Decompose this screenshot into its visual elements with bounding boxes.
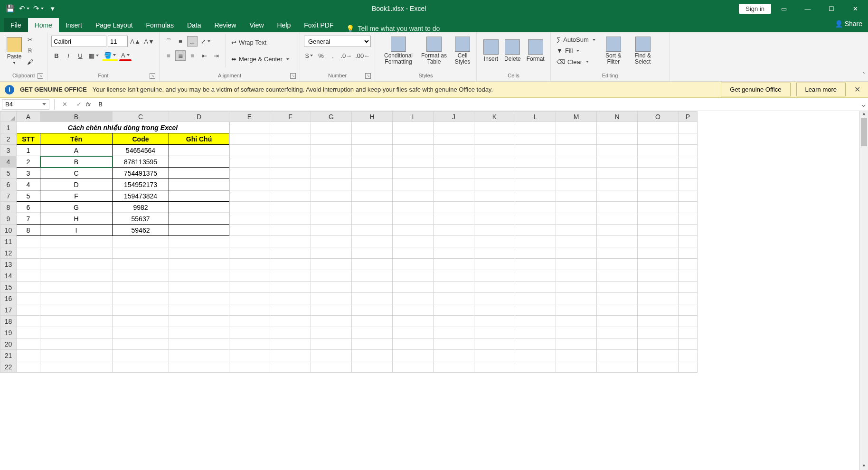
cell-B11[interactable] [40, 236, 113, 247]
cell-L8[interactable] [515, 202, 556, 213]
row-header-2[interactable]: 2 [0, 133, 17, 145]
cell-B17[interactable] [40, 304, 113, 316]
cell-B13[interactable] [40, 259, 113, 270]
row-header-7[interactable]: 7 [0, 190, 17, 202]
vertical-scrollbar[interactable]: ▲ ▼ [859, 111, 868, 470]
cell-A14[interactable] [17, 270, 40, 282]
conditional-formatting-button[interactable]: Conditional Formatting [379, 34, 418, 67]
percent-icon[interactable]: % [316, 50, 326, 61]
cell-L1[interactable] [515, 122, 556, 133]
copy-icon[interactable]: ⎘ [25, 46, 35, 56]
close-icon[interactable]: ✕ [844, 0, 866, 17]
col-header-I[interactable]: I [393, 112, 434, 122]
cell-N3[interactable] [597, 145, 638, 156]
cell-B10[interactable]: I [40, 225, 113, 236]
cell-B16[interactable] [40, 293, 113, 304]
cell-P16[interactable] [679, 293, 698, 304]
cell-M4[interactable] [556, 156, 597, 168]
cell-E4[interactable] [229, 156, 270, 168]
cell-C7[interactable]: 159473824 [113, 190, 169, 202]
cell-E5[interactable] [229, 168, 270, 179]
wrap-text-button[interactable]: ↩Wrap Text [229, 38, 291, 47]
bold-button[interactable]: B [51, 50, 62, 61]
formula-input[interactable]: B [95, 101, 859, 108]
cell-A7[interactable]: 5 [17, 190, 40, 202]
cell-H8[interactable] [352, 202, 393, 213]
tab-formulas[interactable]: Formulas [140, 18, 180, 32]
italic-button[interactable]: I [63, 50, 74, 61]
cell-E14[interactable] [229, 270, 270, 282]
decrease-indent-icon[interactable]: ⇤ [199, 50, 209, 61]
cell-J15[interactable] [434, 282, 474, 293]
cell-F3[interactable] [270, 145, 311, 156]
cell-I9[interactable] [393, 213, 434, 225]
cell-F19[interactable] [270, 327, 311, 338]
cell-N14[interactable] [597, 270, 638, 282]
tab-view[interactable]: View [243, 18, 270, 32]
cell-G20[interactable] [311, 338, 352, 350]
cell-A21[interactable] [17, 350, 40, 361]
row-header-8[interactable]: 8 [0, 202, 17, 213]
cell-A13[interactable] [17, 259, 40, 270]
cell-E18[interactable] [229, 316, 270, 327]
enter-formula-icon[interactable]: ✓ [74, 99, 84, 110]
cell-P19[interactable] [679, 327, 698, 338]
cell-K10[interactable] [474, 225, 515, 236]
cell-M11[interactable] [556, 236, 597, 247]
cells-area[interactable]: ABCDEFGHIJKLMNOP1Cách chèn nhiều dòng tr… [0, 111, 698, 373]
row-header-20[interactable]: 20 [0, 338, 17, 350]
cell-M22[interactable] [556, 361, 597, 373]
cell-O18[interactable] [638, 316, 679, 327]
cell-B4[interactable]: B [40, 156, 113, 168]
cell-J12[interactable] [434, 247, 474, 259]
cell-D10[interactable] [169, 225, 229, 236]
cell-D6[interactable] [169, 179, 229, 190]
cell-F9[interactable] [270, 213, 311, 225]
cell-H10[interactable] [352, 225, 393, 236]
cell-G18[interactable] [311, 316, 352, 327]
cell-O13[interactable] [638, 259, 679, 270]
cell-H14[interactable] [352, 270, 393, 282]
row-header-1[interactable]: 1 [0, 122, 17, 133]
number-dialog-icon[interactable]: ↘ [365, 73, 371, 79]
cell-J8[interactable] [434, 202, 474, 213]
cell-F21[interactable] [270, 350, 311, 361]
collapse-ribbon-icon[interactable]: ˄ [862, 72, 865, 78]
cell-I21[interactable] [393, 350, 434, 361]
cell-K15[interactable] [474, 282, 515, 293]
cell-B7[interactable]: F [40, 190, 113, 202]
cell-L22[interactable] [515, 361, 556, 373]
cell-E3[interactable] [229, 145, 270, 156]
cell-N12[interactable] [597, 247, 638, 259]
cell-L16[interactable] [515, 293, 556, 304]
cell-O22[interactable] [638, 361, 679, 373]
cell-C22[interactable] [113, 361, 169, 373]
cell-I15[interactable] [393, 282, 434, 293]
cell-E11[interactable] [229, 236, 270, 247]
cell-L12[interactable] [515, 247, 556, 259]
cell-C16[interactable] [113, 293, 169, 304]
cell-L15[interactable] [515, 282, 556, 293]
col-header-A[interactable]: A [17, 112, 40, 122]
cell-C14[interactable] [113, 270, 169, 282]
align-middle-icon[interactable]: ≡ [175, 36, 186, 47]
tab-foxit-pdf[interactable]: Foxit PDF [297, 18, 340, 32]
cell-F22[interactable] [270, 361, 311, 373]
cell-G4[interactable] [311, 156, 352, 168]
cell-G5[interactable] [311, 168, 352, 179]
cell-O2[interactable] [638, 133, 679, 145]
cell-B6[interactable]: D [40, 179, 113, 190]
insert-cells-button[interactable]: Insert [481, 34, 501, 67]
cell-C13[interactable] [113, 259, 169, 270]
cell-J9[interactable] [434, 213, 474, 225]
cell-A19[interactable] [17, 327, 40, 338]
cell-A11[interactable] [17, 236, 40, 247]
cell-G3[interactable] [311, 145, 352, 156]
cell-D2[interactable]: Ghi Chú [169, 133, 229, 145]
cell-G12[interactable] [311, 247, 352, 259]
cell-A5[interactable]: 3 [17, 168, 40, 179]
msgbar-close-icon[interactable]: ✕ [851, 85, 863, 94]
cell-O11[interactable] [638, 236, 679, 247]
cell-C5[interactable]: 754491375 [113, 168, 169, 179]
fill-color-icon[interactable]: 🪣 [102, 50, 118, 61]
